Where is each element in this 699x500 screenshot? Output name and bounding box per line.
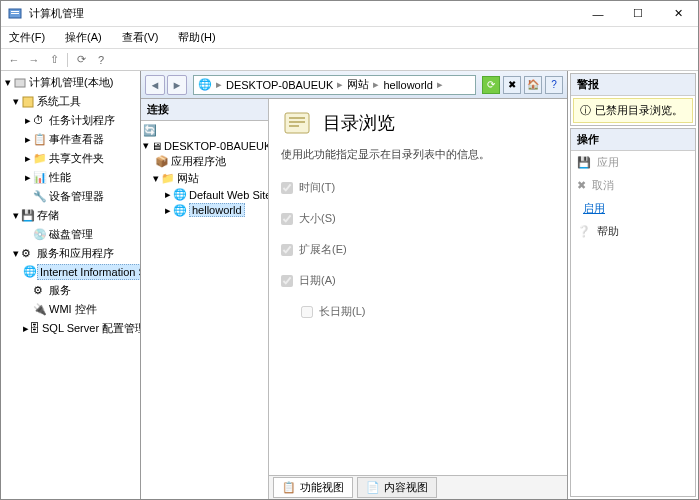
info-icon: ⓘ xyxy=(580,103,591,118)
tree-event-viewer[interactable]: ▸📋事件查看器 xyxy=(3,130,138,149)
home-button[interactable]: 🏠 xyxy=(524,76,542,94)
tree-task-scheduler[interactable]: ▸⏱任务计划程序 xyxy=(3,111,138,130)
nav-back-button[interactable]: ◄ xyxy=(145,75,165,95)
tree-sql[interactable]: ▸🗄SQL Server 配置管理器 xyxy=(3,319,138,338)
checkbox-time[interactable]: 时间(T) xyxy=(281,180,555,195)
checkbox-extension[interactable]: 扩展名(E) xyxy=(281,242,555,257)
nav-forward-button[interactable]: ► xyxy=(167,75,187,95)
tree-services-apps[interactable]: ▾⚙服务和应用程序 xyxy=(3,244,138,263)
crumb-server[interactable]: DESKTOP-0BAUEUK xyxy=(226,79,333,91)
tree-services[interactable]: ⚙服务 xyxy=(3,281,138,300)
tree-performance[interactable]: ▸📊性能 xyxy=(3,168,138,187)
globe-icon: 🌐 xyxy=(198,78,212,92)
nav-tree: ▾计算机管理(本地) ▾系统工具 ▸⏱任务计划程序 ▸📋事件查看器 ▸📁共享文件… xyxy=(1,71,141,499)
help-button[interactable]: ? xyxy=(545,76,563,94)
action-apply: 💾应用 xyxy=(571,151,695,174)
cancel-icon: ✖ xyxy=(577,179,586,192)
conn-sites[interactable]: ▾📁网站 xyxy=(143,170,266,187)
tree-device-manager[interactable]: 🔧设备管理器 xyxy=(3,187,138,206)
tab-features-view[interactable]: 📋功能视图 xyxy=(273,477,353,498)
menu-help[interactable]: 帮助(H) xyxy=(174,28,219,47)
directory-browsing-icon xyxy=(281,107,313,139)
actions-panel: 操作 💾应用 ✖取消 启用 ❔帮助 xyxy=(570,128,696,497)
view-tabs: 📋功能视图 📄内容视图 xyxy=(269,475,567,499)
menu-file[interactable]: 文件(F) xyxy=(5,28,49,47)
conn-server[interactable]: ▾🖥DESKTOP-0BAUEUK (DE xyxy=(143,138,266,153)
svg-rect-2 xyxy=(11,13,19,14)
menu-action[interactable]: 操作(A) xyxy=(61,28,106,47)
conn-helloworld[interactable]: ▸🌐helloworld xyxy=(143,202,266,218)
tree-wmi[interactable]: 🔌WMI 控件 xyxy=(3,300,138,319)
apply-icon: 💾 xyxy=(577,156,591,169)
tab-content-view[interactable]: 📄内容视图 xyxy=(357,477,437,498)
crumb-site[interactable]: helloworld xyxy=(383,79,433,91)
svg-rect-3 xyxy=(15,79,25,87)
breadcrumb[interactable]: 🌐 ▸ DESKTOP-0BAUEUK ▸ 网站 ▸ helloworld ▸ xyxy=(193,75,476,95)
connections-panel: 连接 🔄 ▾🖥DESKTOP-0BAUEUK (DE 📦应用程序池 ▾📁网站 ▸… xyxy=(141,99,269,499)
minimize-button[interactable]: — xyxy=(578,1,618,27)
back-icon[interactable]: ← xyxy=(7,53,21,67)
tree-shared-folders[interactable]: ▸📁共享文件夹 xyxy=(3,149,138,168)
close-button[interactable]: ✕ xyxy=(658,1,698,27)
menu-view[interactable]: 查看(V) xyxy=(118,28,163,47)
title-bar: 计算机管理 — ☐ ✕ xyxy=(1,1,698,27)
address-bar: ◄ ► 🌐 ▸ DESKTOP-0BAUEUK ▸ 网站 ▸ helloworl… xyxy=(141,71,567,99)
conn-refresh[interactable]: 🔄 xyxy=(143,123,266,138)
window-title: 计算机管理 xyxy=(29,6,578,21)
go-button[interactable]: ⟳ xyxy=(482,76,500,94)
svg-rect-1 xyxy=(11,11,19,12)
up-icon[interactable]: ⇧ xyxy=(47,53,61,67)
center-panel: ◄ ► 🌐 ▸ DESKTOP-0BAUEUK ▸ 网站 ▸ helloworl… xyxy=(141,71,568,499)
conn-default-site[interactable]: ▸🌐Default Web Site xyxy=(143,187,266,202)
svg-rect-8 xyxy=(289,125,299,127)
feature-content: 目录浏览 使用此功能指定显示在目录列表中的信息。 时间(T) 大小(S) 扩展名… xyxy=(269,99,567,475)
tree-system-tools[interactable]: ▾系统工具 xyxy=(3,92,138,111)
help-icon: ❔ xyxy=(577,225,591,238)
tree-disk-mgmt[interactable]: 💿磁盘管理 xyxy=(3,225,138,244)
right-panel: 警报 ⓘ 已禁用目录浏览。 操作 💾应用 ✖取消 启用 ❔帮助 xyxy=(568,71,698,499)
alerts-header: 警报 xyxy=(571,74,695,96)
connections-header: 连接 xyxy=(141,99,268,121)
action-cancel: ✖取消 xyxy=(571,174,695,197)
app-icon xyxy=(7,6,23,22)
refresh-icon[interactable]: ⟳ xyxy=(74,53,88,67)
action-enable[interactable]: 启用 xyxy=(571,197,695,220)
page-title: 目录浏览 xyxy=(323,111,395,135)
help-icon[interactable]: ? xyxy=(94,53,108,67)
checkbox-long-date[interactable]: 长日期(L) xyxy=(301,304,555,319)
svg-rect-4 xyxy=(23,97,33,107)
actions-header: 操作 xyxy=(571,129,695,151)
alert-message: ⓘ 已禁用目录浏览。 xyxy=(573,98,693,123)
checkbox-date[interactable]: 日期(A) xyxy=(281,273,555,288)
checkbox-size[interactable]: 大小(S) xyxy=(281,211,555,226)
maximize-button[interactable]: ☐ xyxy=(618,1,658,27)
alerts-panel: 警报 ⓘ 已禁用目录浏览。 xyxy=(570,73,696,126)
conn-app-pools[interactable]: 📦应用程序池 xyxy=(143,153,266,170)
page-description: 使用此功能指定显示在目录列表中的信息。 xyxy=(281,147,555,162)
svg-rect-7 xyxy=(289,121,305,123)
stop-button[interactable]: ✖ xyxy=(503,76,521,94)
tree-storage[interactable]: ▾💾存储 xyxy=(3,206,138,225)
forward-icon[interactable]: → xyxy=(27,53,41,67)
action-help[interactable]: ❔帮助 xyxy=(571,220,695,243)
menu-bar: 文件(F) 操作(A) 查看(V) 帮助(H) xyxy=(1,27,698,49)
crumb-sites[interactable]: 网站 xyxy=(347,77,369,92)
tree-iis[interactable]: 🌐Internet Information S xyxy=(3,263,138,281)
svg-rect-6 xyxy=(289,117,305,119)
toolbar: ← → ⇧ ⟳ ? xyxy=(1,49,698,71)
tree-root[interactable]: ▾计算机管理(本地) xyxy=(3,73,138,92)
